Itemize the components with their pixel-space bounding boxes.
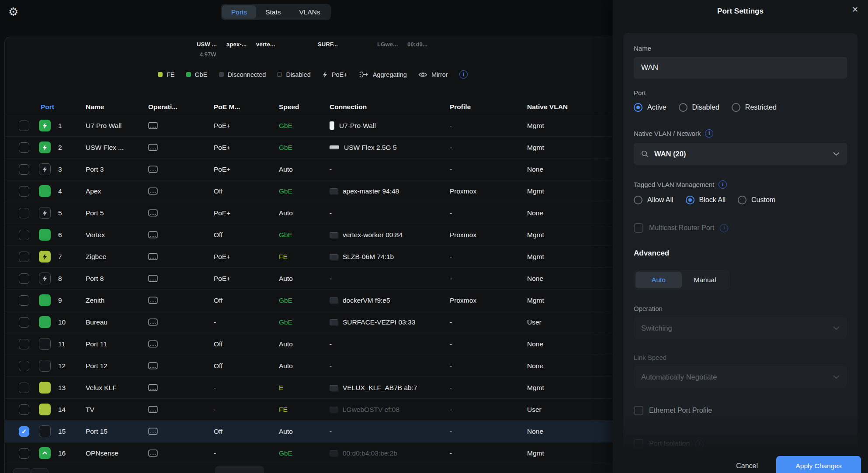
radio-allow-all[interactable]: Allow All <box>634 196 674 204</box>
table-row[interactable]: 10Bureau-GbESURFACE-VEZPI 03:33-User <box>5 311 613 333</box>
column-header-profile[interactable]: Profile <box>450 99 471 115</box>
info-icon[interactable]: i <box>695 440 704 448</box>
row-checkbox[interactable] <box>19 186 29 197</box>
aggregating-icon <box>359 71 369 78</box>
column-header-port[interactable]: Port <box>41 99 54 115</box>
port-status-icon <box>39 294 51 306</box>
port-number: 16 <box>58 442 66 464</box>
mode-manual[interactable]: Manual <box>682 272 728 288</box>
table-row[interactable]: 7ZigbeePoE+FESLZB-06M 74:1b-Mgmt <box>5 246 613 268</box>
switch-device-icon <box>148 384 158 391</box>
poe-mode: - <box>214 311 216 333</box>
port-status-cell <box>39 421 51 442</box>
connection: apex-master 94:48 <box>330 180 399 202</box>
port-status-icon <box>39 447 51 459</box>
table-row[interactable]: ✓15Port 15OffAuto--None <box>5 421 613 442</box>
row-checkbox[interactable] <box>19 404 29 415</box>
radio-custom[interactable]: Custom <box>738 196 775 204</box>
port-status-icon <box>39 251 51 262</box>
tab-vlans[interactable]: VLANs <box>290 5 330 19</box>
connection: SURFACE-VEZPI 03:33 <box>330 311 415 333</box>
table-row[interactable]: 14TV-FELGwebOSTV ef:08-User <box>5 399 613 421</box>
table-row[interactable]: 16OPNsense-GbE00:d0:b4:03:be:2b-Mgmt <box>5 442 613 464</box>
table-row[interactable]: 6VertexOffGbEvertex-worker 00:84ProxmoxM… <box>5 224 613 246</box>
mode-auto[interactable]: Auto <box>635 272 682 288</box>
row-checkbox-cell <box>19 355 29 376</box>
speed: GbE <box>279 311 292 333</box>
row-checkbox[interactable] <box>19 142 29 153</box>
row-checkbox[interactable] <box>19 252 29 262</box>
table-row[interactable]: 1U7 Pro WallPoE+GbEU7-Pro-Wall-Mgmt <box>5 115 613 137</box>
poe-mode: PoE+ <box>214 202 230 224</box>
switch-device-icon <box>330 145 339 149</box>
row-checkbox[interactable] <box>19 361 29 371</box>
row-checkbox[interactable] <box>19 273 29 284</box>
poe-mode: PoE+ <box>214 115 230 136</box>
profile: - <box>450 377 452 398</box>
apply-changes-button[interactable]: Apply Changes <box>776 456 861 473</box>
table-row[interactable]: 11Port 11OffAuto--None <box>5 333 613 355</box>
column-header-name[interactable]: Name <box>86 99 104 115</box>
row-checkbox[interactable] <box>19 295 29 306</box>
tab-stats[interactable]: Stats <box>256 5 290 19</box>
row-checkbox[interactable] <box>19 164 29 175</box>
column-header-native-vlan[interactable]: Native VLAN <box>527 99 568 115</box>
port-number: 1 <box>58 115 62 136</box>
radio-active[interactable]: Active <box>634 103 667 112</box>
row-checkbox[interactable] <box>19 339 29 349</box>
cancel-button[interactable]: Cancel <box>736 462 758 470</box>
table-row[interactable]: 4ApexOffGbEapex-master 94:48ProxmoxMgmt <box>5 180 613 202</box>
row-checkbox[interactable] <box>19 121 29 131</box>
tab-ports[interactable]: Ports <box>222 5 256 19</box>
row-checkbox[interactable] <box>19 230 29 240</box>
row-checkbox[interactable]: ✓ <box>19 426 29 437</box>
column-header-speed[interactable]: Speed <box>279 99 299 115</box>
table-row[interactable]: 5Port 5PoE+Auto--None <box>5 202 613 224</box>
close-icon[interactable]: ✕ <box>852 6 858 14</box>
info-icon[interactable]: i <box>459 70 468 79</box>
ethernet-port-profile-checkbox[interactable] <box>634 406 643 415</box>
native-vlan-select[interactable]: WAN (20) <box>634 143 847 165</box>
table-row[interactable]: 2USW Flex ...PoE+GbEUSW Flex 2.5G 5-Mgmt <box>5 137 613 159</box>
panel-footer: Cancel Apply Changes <box>613 456 861 473</box>
profile: - <box>450 399 452 420</box>
row-checkbox[interactable] <box>19 448 29 459</box>
profile: - <box>450 355 452 376</box>
page-size-selector[interactable] <box>215 466 264 473</box>
port-status-icon <box>39 382 51 394</box>
port-isolation-checkbox[interactable] <box>634 439 643 449</box>
radio-block-all[interactable]: Block All <box>686 196 726 204</box>
radio-disabled[interactable]: Disabled <box>679 103 719 112</box>
settings-gear-icon[interactable]: ⚙ <box>8 6 18 17</box>
port-name: Port 15 <box>86 421 108 442</box>
table-row[interactable]: 3Port 3PoE+Auto--None <box>5 159 613 180</box>
legend-item-info[interactable]: i <box>459 70 468 79</box>
row-checkbox[interactable] <box>19 383 29 393</box>
name-input[interactable]: WAN <box>634 57 847 79</box>
port-name: Bureau <box>86 311 108 333</box>
row-checkbox-cell <box>19 442 29 464</box>
table-row[interactable]: 9ZenithOffGbEdockerVM f9:e5ProxmoxMgmt <box>5 290 613 311</box>
speed: GbE <box>279 442 292 464</box>
pagination-prev-button[interactable] <box>13 468 31 473</box>
column-header-connection[interactable]: Connection <box>330 99 367 115</box>
column-header-poe-m[interactable]: PoE M... <box>214 99 240 115</box>
port-number: 15 <box>58 421 66 442</box>
tagged-vlan-label: Tagged VLAN Management <box>634 181 714 189</box>
info-icon[interactable]: i <box>719 180 727 189</box>
row-checkbox[interactable] <box>19 317 29 328</box>
native-vlan: Mgmt <box>527 246 544 267</box>
legend-item-mirror: Mirror <box>418 71 448 78</box>
pagination-next-button[interactable] <box>31 468 49 473</box>
column-header-operati[interactable]: Operati... <box>148 99 177 115</box>
table-row[interactable]: 8Port 8PoE+Auto--None <box>5 268 613 290</box>
info-icon[interactable]: i <box>705 129 713 138</box>
multicast-checkbox[interactable] <box>634 223 643 233</box>
row-checkbox[interactable] <box>19 208 29 218</box>
info-icon[interactable]: i <box>720 224 728 232</box>
radio-restricted[interactable]: Restricted <box>732 103 777 112</box>
native-vlan: Mgmt <box>527 137 544 158</box>
table-row[interactable]: 13Velux KLF-EVELUX_KLF_AB7B ab:7-Mgmt <box>5 377 613 399</box>
table-row[interactable]: 12Port 12OffAuto--None <box>5 355 613 377</box>
port-status-cell <box>39 311 51 333</box>
